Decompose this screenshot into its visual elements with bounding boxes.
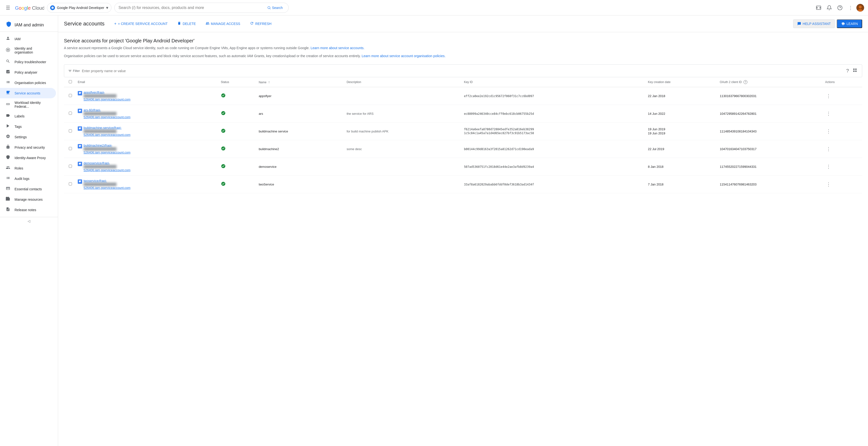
sidebar-item-policy-troubleshooter[interactable]: Policy troubleshooter <box>0 57 56 67</box>
sidebar-item-manage-resources[interactable]: Manage resources <box>0 194 56 204</box>
privacy-security-icon <box>6 145 11 150</box>
sidebar-item-identity-org[interactable]: Identity and organisation <box>0 44 56 57</box>
sidebar-label-workload-identity: Workload Identity Federat... <box>14 101 50 108</box>
menu-icon[interactable]: ☰ <box>4 3 12 12</box>
select-all-checkbox[interactable] <box>69 80 72 83</box>
email-blurred: ████████████████ <box>84 183 130 186</box>
sidebar-item-tags[interactable]: Tags <box>0 121 56 132</box>
column-visibility-icon[interactable] <box>852 67 858 74</box>
manage-access-icon <box>206 21 210 26</box>
sidebar-label-tags: Tags <box>14 125 22 129</box>
page-header: Service accounts + + CREATE SERVICE ACCO… <box>58 15 868 32</box>
email-link[interactable]: appsflyer@api- <box>84 91 130 94</box>
email-link[interactable]: demoservice@api- <box>84 161 130 165</box>
key-creation-date-cell: 7 Jan 2018 <box>644 176 716 193</box>
search-bar[interactable]: Search <box>114 3 289 13</box>
search-button[interactable]: Search <box>265 5 285 11</box>
sidebar-item-org-policies[interactable]: Organisation policies <box>0 77 56 88</box>
sort-arrow-up: ↑ <box>268 80 270 84</box>
row-checkbox[interactable] <box>69 94 72 97</box>
sidebar-title: IAM and admin <box>14 23 44 28</box>
row-actions-button[interactable]: ⋮ <box>825 145 832 153</box>
sidebar-item-iam[interactable]: IAM <box>0 34 56 44</box>
key-creation-date-cell: 8 Jan 2018 <box>644 158 716 176</box>
help-assistant-button[interactable]: HELP ASSISTANT <box>793 20 835 28</box>
table-row: appsflyer@api- ████████████████ 526406.i… <box>64 87 862 105</box>
row-actions-button[interactable]: ⋮ <box>825 128 832 135</box>
service-account-icon <box>78 162 82 166</box>
oauth2-client-id-cell: 104701634047103750317 <box>716 140 821 158</box>
row-checkbox[interactable] <box>69 165 72 168</box>
sidebar-collapse-button[interactable]: ◁ <box>0 217 58 225</box>
svg-point-8 <box>859 6 862 8</box>
search-input[interactable] <box>118 6 263 10</box>
email-link[interactable]: ars-60@api- <box>84 108 130 112</box>
email-suffix-link[interactable]: 526406.iam.gserviceaccount.com <box>84 186 130 190</box>
name-cell: buildmachine service <box>255 123 343 140</box>
oauth2-client-id-cell: 115411476076981463203 <box>716 176 821 193</box>
roles-icon <box>6 165 11 171</box>
sidebar: IAM and admin IAM Identity and organisat… <box>0 15 58 446</box>
email-cell: demoservice@api- ████████████████ 526406… <box>74 158 217 176</box>
oauth2-client-id-cell: 117455202271599044331 <box>716 158 821 176</box>
row-actions-button[interactable]: ⋮ <box>825 110 832 117</box>
create-service-account-button[interactable]: + + CREATE SERVICE ACCOUNT <box>111 20 172 28</box>
more-options-icon[interactable]: ⋮ <box>846 3 856 12</box>
email-link[interactable]: buildmachine-service@api- <box>84 126 130 130</box>
sidebar-item-workload-identity[interactable]: Workload Identity Federat... <box>0 98 56 111</box>
sidebar-item-privacy-security[interactable]: Privacy and security <box>0 142 56 153</box>
project-selector[interactable]: Google Play Android Developer ▾ <box>47 3 112 12</box>
filter-bar: Filter ? <box>64 64 862 77</box>
notifications-icon[interactable] <box>825 3 834 12</box>
sidebar-item-audit-logs[interactable]: Audit logs <box>0 173 56 184</box>
email-suffix-link[interactable]: 526406.iam.gserviceaccount.com <box>84 115 130 119</box>
email-suffix-link[interactable]: 526406.iam.gserviceaccount.com <box>84 151 130 154</box>
oauth2-help-icon[interactable]: ? <box>744 80 747 84</box>
sidebar-item-settings[interactable]: Settings <box>0 132 56 142</box>
service-account-icon <box>78 91 82 95</box>
learn-button[interactable]: LEARN <box>837 20 862 28</box>
row-actions-button[interactable]: ⋮ <box>825 163 832 170</box>
help-icon[interactable] <box>835 3 845 12</box>
select-all-header <box>64 77 74 87</box>
row-checkbox[interactable] <box>69 147 72 150</box>
project-name: Google Play Android Developer <box>57 6 104 10</box>
manage-access-button[interactable]: MANAGE ACCESS <box>202 20 244 28</box>
filter-input[interactable] <box>82 69 843 73</box>
email-link[interactable]: buildmachine2@api- <box>84 144 130 147</box>
delete-button[interactable]: DELETE <box>174 20 199 28</box>
refresh-button[interactable]: REFRESH <box>246 20 275 28</box>
row-actions-button[interactable]: ⋮ <box>825 92 832 99</box>
sidebar-item-policy-analyser[interactable]: Policy analyser <box>0 67 56 77</box>
sidebar-item-release-notes[interactable]: Release notes <box>0 204 56 215</box>
cloud-shell-icon[interactable] <box>814 3 824 12</box>
email-cell: appsflyer@api- ████████████████ 526406.i… <box>74 87 217 105</box>
learn-more-service-accounts-link[interactable]: Learn more about service accounts. <box>310 46 365 50</box>
email-suffix-link[interactable]: 526406.iam.gserviceaccount.com <box>84 168 130 172</box>
settings-icon <box>6 134 11 140</box>
sidebar-item-identity-aware-proxy[interactable]: Identity-Aware Proxy <box>0 153 56 163</box>
user-avatar[interactable] <box>857 4 864 12</box>
email-suffix-link[interactable]: 526406.iam.gserviceaccount.com <box>84 133 130 136</box>
sidebar-item-essential-contacts[interactable]: Essential contacts <box>0 184 56 194</box>
row-checkbox[interactable] <box>69 129 72 132</box>
logo[interactable]: Google Cloud <box>15 5 44 11</box>
sidebar-item-roles[interactable]: Roles <box>0 163 56 173</box>
name-column-header[interactable]: Name ↑ <box>255 77 343 87</box>
learn-more-org-policies-link[interactable]: Learn more about service account organis… <box>362 54 445 58</box>
row-checkbox[interactable] <box>69 112 72 115</box>
email-link[interactable]: twoservice@api- <box>84 179 130 183</box>
release-notes-icon <box>6 207 11 213</box>
sidebar-label-roles: Roles <box>14 166 23 170</box>
sidebar-item-service-accounts[interactable]: Service accounts <box>0 88 56 98</box>
description-cell <box>343 158 460 176</box>
filter-help-icon[interactable]: ? <box>845 67 850 74</box>
row-checkbox[interactable] <box>69 182 72 186</box>
table-row: buildmachine2@api- ████████████████ 5264… <box>64 140 862 158</box>
sidebar-item-labels[interactable]: Labels <box>0 111 56 121</box>
row-actions-button[interactable]: ⋮ <box>825 181 832 188</box>
key-date-value: 19 Jun 2019 <box>648 127 712 131</box>
table-row: twoservice@api- ████████████████ 526406.… <box>64 176 862 193</box>
key-creation-date-cell: 22 Jan 2018 <box>644 87 716 105</box>
email-suffix-link[interactable]: 526406.iam.gserviceaccount.com <box>84 98 130 101</box>
